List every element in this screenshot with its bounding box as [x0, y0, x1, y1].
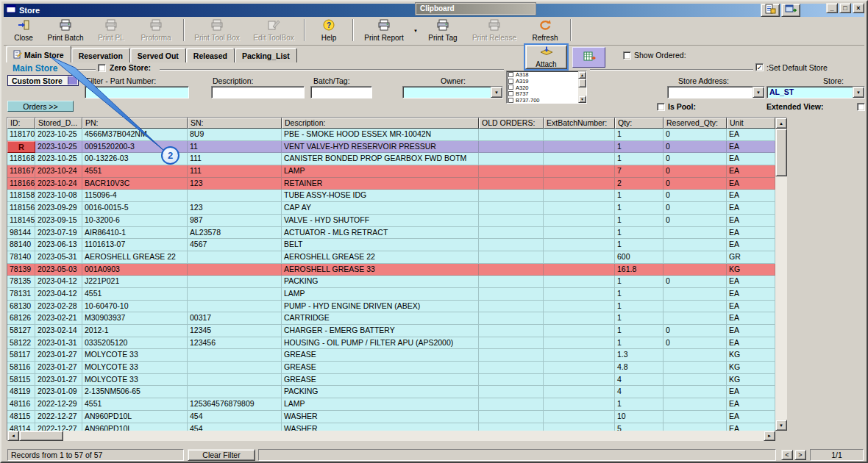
cell-id: 48114 [7, 423, 35, 431]
minimize-button[interactable]: _ [826, 3, 838, 13]
next-page-button[interactable]: > [794, 450, 806, 460]
table-row[interactable]: 481162022-12-294551125364576879809LAMP1E… [7, 398, 775, 411]
titlebar-tool-export-window-icon[interactable] [781, 4, 800, 17]
table-row[interactable]: 681262023-02-21M3090393700317CARTRIDGE1E… [7, 312, 775, 325]
tab-served-out[interactable]: Served Out [130, 48, 186, 62]
table-row[interactable]: 781312023-04-124551LAMP1EA [7, 288, 775, 301]
maximize-button[interactable]: □ [839, 3, 851, 13]
aircraft-option-checkbox[interactable] [508, 91, 513, 96]
scroll-up-icon[interactable]: ▲ [775, 118, 787, 129]
table-row[interactable]: 581172023-01-27MOLYCOTE 33GREASE1.3KG [7, 349, 775, 362]
cell-unit: EA [727, 276, 775, 288]
toolbar-button-print-batch[interactable]: Print Batch [40, 18, 90, 43]
scrollbar-thumb[interactable] [578, 79, 586, 87]
horizontal-scrollbar-thumb[interactable] [19, 431, 63, 441]
table-row[interactable]: 481142022-12-27AN960PD10L454WASHER5EA [7, 423, 775, 431]
set-default-store-checkbox[interactable]: ✓ [755, 63, 764, 71]
table-row[interactable]: 781392023-05-03001A0903AEROSHELL GREASE … [7, 264, 775, 276]
clipboard-window-titlebar[interactable]: Clipboard [416, 3, 536, 15]
owner-dropdown-icon[interactable]: ▼ [491, 87, 502, 98]
is-pool-checkbox[interactable] [657, 103, 665, 111]
table-row[interactable]: 1181672023-10-244551111LAMP70EA [7, 165, 775, 178]
aircraft-option-checkbox[interactable] [508, 79, 513, 84]
toolbar-button-print-report[interactable]: Print Report [357, 18, 411, 43]
print-report-dropdown-icon[interactable]: ▼ [411, 18, 420, 43]
scroll-down-icon[interactable]: ▼ [578, 96, 586, 103]
tab-packing-list[interactable]: Packing_List [235, 48, 297, 62]
table-row[interactable]: 1181582023-10-08115096-4TUBE ASSY-HOSE I… [7, 190, 775, 202]
column-header-sn[interactable]: SN: [188, 118, 282, 129]
table-row[interactable]: R2023-10-250091520200-311VENT VALVE-HYD … [7, 141, 775, 154]
toolbar-button-print-tag[interactable]: Print Tag [420, 18, 466, 43]
zero-store-checkbox[interactable] [98, 64, 106, 72]
aircraft-option-b737-700[interactable]: B737-700 [507, 97, 578, 103]
table-row[interactable]: 1181702023-10-254566M37B042NM8U9PBE - SM… [7, 129, 775, 141]
column-header-reserved-qty[interactable]: Reserved_Qty: [664, 118, 727, 129]
owner-select[interactable]: ▼ [402, 86, 503, 98]
table-row[interactable]: 1181662023-10-24BACR10V3C123RETAINER20EA [7, 178, 775, 190]
table-row[interactable]: 681302023-02-2810-60470-10PUMP - HYD ENG… [7, 301, 775, 313]
store-address-dropdown-icon[interactable]: ▼ [753, 87, 764, 98]
scroll-left-icon[interactable]: ◄ [7, 431, 19, 441]
scroll-right-icon[interactable]: ► [764, 431, 775, 441]
column-header-extbatchnumber[interactable]: ExtBatchNumber: [544, 118, 615, 129]
description-input[interactable] [211, 86, 305, 98]
store-dropdown-icon[interactable]: ▼ [853, 87, 864, 98]
column-header-qty[interactable]: Qty: [615, 118, 664, 129]
scrollbar-track[interactable] [578, 87, 586, 96]
scroll-down-icon[interactable]: ▼ [775, 420, 787, 431]
custom-store-button[interactable]: Custom Store [7, 75, 79, 86]
column-header-stored-d[interactable]: Stored_D... [35, 118, 82, 129]
tab-reservation[interactable]: Reservation [71, 48, 130, 62]
tab-main-store[interactable]: Main Store [6, 46, 71, 62]
part-number-input[interactable] [85, 86, 189, 98]
extended-view-checkbox[interactable] [857, 103, 865, 111]
column-header-id[interactable]: ID: [7, 118, 35, 129]
table-row[interactable]: 1181452023-09-1510-3200-6987VALVE - HYD … [7, 215, 775, 227]
table-row[interactable]: 581272023-02-142012-112345CHARGER - EMER… [7, 325, 775, 337]
cell-pn: M30903937 [82, 312, 188, 325]
table-row[interactable]: 1181562023-09-290016-0015-5123CAP AY10EA [7, 202, 775, 215]
table-row[interactable]: 781352023-04-12J221P021PACKING10EA [7, 276, 775, 288]
toolbar-button-help[interactable]: ?Help [308, 18, 349, 43]
table-row[interactable]: 881402023-06-131101613-074567BELT1EA [7, 239, 775, 251]
table-row[interactable]: 781402023-05-31AEROSHELL GREASE 22AEROSH… [7, 251, 775, 264]
horizontal-scrollbar-track[interactable] [63, 431, 764, 441]
close-window-button[interactable]: × [853, 3, 864, 13]
tab-released[interactable]: Released [186, 48, 235, 62]
column-header-pn[interactable]: PN: [82, 118, 188, 129]
toolbar-button-refresh[interactable]: Refresh [523, 18, 567, 43]
column-header-old-orders[interactable]: OLD ORDERS: [479, 118, 544, 129]
toolbar-button-close[interactable]: Close [7, 18, 40, 43]
table-row[interactable]: 981442023-07-19AIR86410-1AL23578ACTUATOR… [7, 227, 775, 240]
store-select[interactable]: AL_ST ▼ [766, 86, 865, 98]
column-header-description[interactable]: Description: [282, 118, 479, 129]
table-row[interactable]: 481152022-12-27AN960PD10L454WASHER10EA [7, 411, 775, 423]
aircraft-option-checkbox[interactable] [508, 98, 513, 103]
vertical-scrollbar-thumb[interactable] [775, 129, 787, 176]
titlebar-tool-report-icon[interactable] [761, 4, 780, 17]
show-ordered-checkbox[interactable] [623, 51, 631, 60]
aircraft-option-checkbox[interactable] [508, 85, 513, 90]
aircraft-option-b737[interactable]: B737 [507, 90, 578, 97]
vertical-scrollbar-track[interactable] [775, 176, 787, 420]
cell-stored: 2023-09-15 [35, 215, 82, 227]
batch-tag-input[interactable] [310, 86, 372, 98]
table-row[interactable]: 1181682023-10-2500-13226-03111CANISTER B… [7, 153, 775, 165]
scroll-up-icon[interactable]: ▲ [578, 71, 586, 79]
toolbar-button-label: Print Tool Box [194, 34, 240, 42]
table-row[interactable]: 581152023-01-27MOLYCOTE 33GREASE4KG [7, 374, 775, 387]
table-row[interactable]: 581162023-01-27MOLYCOTE 33GREASE4.8KG [7, 362, 775, 374]
aircraft-option-a320[interactable]: A320 [507, 85, 578, 91]
prev-page-button[interactable]: < [781, 450, 793, 460]
aircraft-option-a318[interactable]: A318 [507, 71, 578, 78]
column-header-unit[interactable]: Unit [727, 118, 775, 129]
clear-filter-button[interactable]: Clear Filter [188, 449, 255, 461]
orders-button[interactable]: Orders >> [7, 101, 74, 112]
store-address-select[interactable]: ▼ [667, 86, 765, 98]
aircraft-option-checkbox[interactable] [508, 72, 513, 77]
table-row[interactable]: 581222023-01-310335205120123456HOUSING -… [7, 337, 775, 350]
table-row[interactable]: 481192023-01-092-135NM506-65PACKING4EA [7, 386, 775, 398]
cell-description: BELT [282, 239, 479, 251]
aircraft-option-a319[interactable]: A319 [507, 78, 578, 85]
